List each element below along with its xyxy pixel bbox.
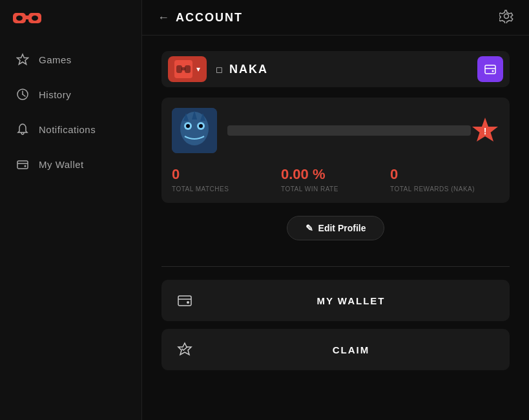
- divider: [161, 266, 510, 267]
- wallet-button[interactable]: [477, 56, 503, 82]
- stat-rewards-value: 0: [390, 166, 499, 183]
- svg-rect-2: [25, 16, 30, 19]
- svg-point-4: [32, 16, 38, 21]
- sidebar-item-my-wallet[interactable]: My Wallet: [0, 147, 141, 182]
- stat-matches-label: TOTAL MATCHES: [172, 185, 281, 193]
- edit-row: ✎ Edit Profile: [161, 216, 510, 253]
- page-content: ▾ ◻ NAKA: [142, 36, 529, 394]
- svg-rect-28: [178, 296, 191, 306]
- stat-matches-value: 0: [172, 166, 281, 183]
- logo-area: [0, 0, 141, 36]
- bell-icon: [16, 122, 30, 136]
- wallet-icon: [16, 157, 30, 171]
- logo-icon: [13, 9, 41, 27]
- stat-total-rewards: 0 TOTAL REWARDS (NAKA): [390, 166, 499, 193]
- sidebar-item-history-label: History: [39, 89, 71, 100]
- my-wallet-btn-label: MY WALLET: [205, 295, 497, 306]
- sidebar: Games History Notifications: [0, 0, 142, 420]
- main-content: ← ACCOUNT ▾: [142, 0, 529, 420]
- stats-row: 0 TOTAL MATCHES 0.00 % TOTAL WIN RATE 0 …: [172, 166, 499, 193]
- stat-total-matches: 0 TOTAL MATCHES: [172, 166, 281, 193]
- stat-rewards-label: TOTAL REWARDS (NAKA): [390, 185, 499, 193]
- my-wallet-btn-icon: [174, 290, 195, 311]
- sidebar-item-notifications-label: Notifications: [39, 124, 96, 135]
- svg-point-10: [25, 165, 26, 167]
- sidebar-item-notifications[interactable]: Notifications: [0, 112, 141, 147]
- claim-btn-icon: [174, 339, 195, 360]
- username-display: NAKA: [229, 63, 471, 76]
- svg-text:!: !: [484, 126, 487, 136]
- header-left: ← ACCOUNT: [158, 11, 243, 25]
- claim-action-button[interactable]: CLAIM: [161, 329, 510, 370]
- sidebar-item-games[interactable]: Games: [0, 42, 141, 77]
- svg-point-16: [492, 70, 494, 72]
- username-blur: [227, 125, 471, 136]
- svg-point-21: [186, 124, 190, 128]
- avatar-small: [174, 60, 192, 78]
- claim-btn-label: CLAIM: [205, 344, 497, 355]
- svg-marker-5: [17, 54, 28, 65]
- svg-point-3: [16, 16, 23, 21]
- sidebar-item-games-label: Games: [39, 54, 72, 65]
- avatar-selector[interactable]: ▾: [168, 56, 207, 82]
- sidebar-item-history[interactable]: History: [0, 77, 141, 112]
- svg-point-29: [187, 301, 189, 304]
- chevron-down-icon: ▾: [196, 65, 200, 74]
- my-wallet-action-button[interactable]: MY WALLET: [161, 280, 510, 321]
- clock-icon: [16, 87, 30, 101]
- profile-card: ! 0 TOTAL MATCHES 0.00 % TOTAL WIN RATE …: [161, 98, 510, 203]
- back-button[interactable]: ←: [158, 11, 169, 25]
- stat-winrate-value: 0.00 %: [281, 166, 390, 183]
- edit-profile-button[interactable]: ✎ Edit Profile: [287, 216, 385, 240]
- svg-line-8: [23, 94, 25, 96]
- svg-rect-12: [176, 65, 182, 73]
- edit-profile-label: Edit Profile: [318, 223, 366, 233]
- profile-avatar: [172, 108, 217, 153]
- edit-icon: ✎: [306, 223, 313, 233]
- page-header: ← ACCOUNT: [142, 0, 529, 36]
- settings-button[interactable]: [499, 9, 513, 26]
- badge-icon[interactable]: !: [471, 116, 499, 145]
- svg-rect-15: [485, 65, 495, 74]
- mask-icon: [176, 64, 191, 74]
- stat-win-rate: 0.00 % TOTAL WIN RATE: [281, 166, 390, 193]
- star-icon: [16, 52, 30, 67]
- sidebar-nav: Games History Notifications: [0, 42, 141, 182]
- sidebar-item-my-wallet-label: My Wallet: [39, 159, 84, 170]
- svg-rect-9: [17, 161, 28, 169]
- stat-winrate-label: TOTAL WIN RATE: [281, 185, 390, 193]
- user-header-row: ▾ ◻ NAKA: [161, 51, 510, 87]
- page-title: ACCOUNT: [176, 11, 243, 25]
- wallet-square-icon: [484, 63, 497, 76]
- svg-rect-13: [185, 65, 191, 73]
- gear-icon: [499, 9, 513, 23]
- svg-point-22: [199, 124, 203, 128]
- currency-icon: ◻: [216, 65, 223, 74]
- svg-point-11: [504, 14, 509, 18]
- svg-rect-14: [182, 67, 185, 70]
- profile-card-top: !: [172, 108, 499, 153]
